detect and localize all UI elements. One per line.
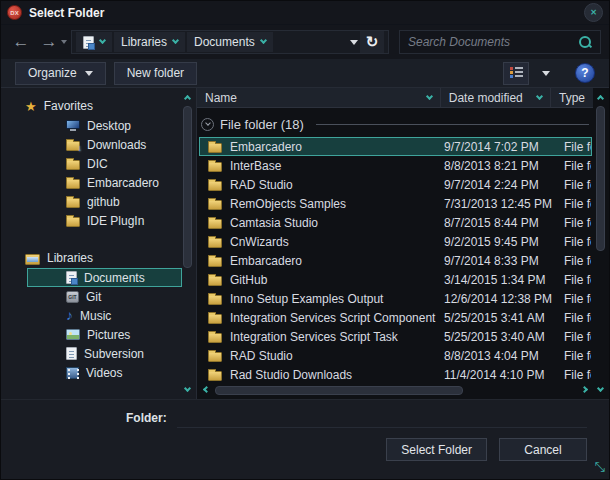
- column-label: Name: [205, 91, 237, 105]
- file-type: File folder: [564, 273, 591, 287]
- scroll-thumb[interactable]: [183, 106, 192, 268]
- group-label: Libraries: [47, 251, 93, 265]
- back-button[interactable]: ←: [9, 31, 33, 53]
- sidebar-item-github[interactable]: github: [27, 192, 182, 211]
- refresh-button[interactable]: ↻: [360, 31, 384, 53]
- scroll-up-icon[interactable]: [594, 90, 607, 104]
- file-row[interactable]: Inno Setup Examples Output 12/6/2014 12:…: [199, 289, 592, 308]
- folder-icon: [208, 371, 222, 381]
- file-date: 9/7/2014 7:02 PM: [444, 140, 556, 154]
- file-row[interactable]: RAD Studio 8/8/2013 4:04 PM File folder: [199, 346, 592, 365]
- sidebar-group-favorites[interactable]: ★ Favorites: [1, 96, 196, 116]
- breadcrumb-documents[interactable]: Documents: [187, 32, 273, 52]
- history-dropdown-icon[interactable]: [61, 40, 67, 44]
- list-horizontal-scrollbar[interactable]: [199, 384, 591, 397]
- close-button[interactable]: ✕: [584, 3, 603, 22]
- breadcrumb-root[interactable]: [76, 32, 112, 52]
- breadcrumb-libraries[interactable]: Libraries: [114, 32, 185, 52]
- scroll-down-icon[interactable]: [181, 383, 194, 397]
- list-vertical-scrollbar[interactable]: [594, 90, 607, 397]
- item-label: Downloads: [87, 138, 146, 152]
- sidebar-item-documents[interactable]: Documents: [27, 268, 182, 287]
- scroll-thumb[interactable]: [596, 106, 605, 251]
- search-input[interactable]: [408, 35, 578, 49]
- help-icon: ?: [581, 66, 588, 80]
- document-icon: [83, 36, 94, 49]
- file-row[interactable]: Integration Services Script Component 5/…: [199, 308, 592, 327]
- file-row[interactable]: CnWizards 9/2/2015 9:45 PM File folder: [199, 232, 592, 251]
- file-row[interactable]: RAD Studio 9/7/2014 2:24 PM File folder: [199, 175, 592, 194]
- file-name: RAD Studio: [230, 178, 436, 192]
- file-name: RemObjects Samples: [230, 197, 436, 211]
- item-label: Subversion: [84, 347, 144, 361]
- chevron-down-icon: [172, 37, 179, 44]
- scroll-left-icon[interactable]: [199, 390, 213, 392]
- scroll-right-icon[interactable]: [577, 390, 591, 392]
- subversion-icon: [66, 347, 77, 360]
- window-title: Select Folder: [29, 6, 104, 20]
- scroll-thumb[interactable]: [215, 386, 463, 395]
- sidebar-item-pictures[interactable]: Pictures: [27, 325, 182, 344]
- breadcrumb-label: Libraries: [121, 35, 167, 49]
- sidebar-item-music[interactable]: ♪ Music: [27, 306, 182, 325]
- search-icon[interactable]: [578, 35, 592, 49]
- new-folder-button[interactable]: New folder: [114, 62, 197, 85]
- file-rows: Embarcadero 9/7/2014 7:02 PM File folder…: [199, 137, 592, 384]
- sidebar-item-dic[interactable]: DIC: [27, 154, 182, 173]
- file-date: 7/31/2013 12:45 PM: [444, 197, 556, 211]
- scroll-up-icon[interactable]: [181, 90, 194, 104]
- sidebar-item-desktop[interactable]: Desktop: [27, 116, 182, 135]
- chevron-down-icon: [536, 92, 543, 99]
- sidebar-item-ide-plugin[interactable]: IDE PlugIn: [27, 211, 182, 230]
- sidebar-item-videos[interactable]: Videos: [27, 363, 182, 382]
- command-toolbar: Organize New folder ?: [1, 59, 609, 88]
- file-row[interactable]: Embarcadero 9/7/2014 8:33 PM File folder: [199, 251, 592, 270]
- address-bar: Libraries Documents ↻: [71, 30, 389, 54]
- column-header-name[interactable]: Name: [197, 88, 441, 107]
- folder-icon: [66, 217, 80, 227]
- sidebar-item-git[interactable]: GIT Git: [27, 287, 182, 306]
- desktop-icon: [66, 120, 80, 131]
- view-dropdown-button[interactable]: [533, 62, 559, 85]
- file-name: GitHub: [230, 273, 436, 287]
- file-row[interactable]: Embarcadero 9/7/2014 7:02 PM File folder: [199, 137, 592, 156]
- folder-value-field[interactable]: [177, 408, 587, 428]
- file-row[interactable]: Rad Studio Downloads 11/4/2014 4:10 PM F…: [199, 365, 592, 384]
- file-row[interactable]: GitHub 3/14/2015 1:34 PM File folder: [199, 270, 592, 289]
- sidebar-scrollbar[interactable]: [181, 90, 194, 397]
- chevron-down-icon: [542, 71, 550, 76]
- file-date: 8/8/2013 4:04 PM: [444, 349, 556, 363]
- group-header-file-folder[interactable]: File folder (18): [201, 114, 589, 134]
- sidebar-item-downloads[interactable]: Downloads: [27, 135, 182, 154]
- sidebar-item-subversion[interactable]: Subversion: [27, 344, 182, 363]
- help-button[interactable]: ?: [575, 63, 595, 83]
- file-type: File folder: [564, 368, 591, 382]
- folder-icon: [66, 160, 80, 170]
- file-row[interactable]: Camtasia Studio 8/7/2015 8:44 PM File fo…: [199, 213, 592, 232]
- item-label: Documents: [84, 271, 145, 285]
- sidebar-item-embarcadero[interactable]: Embarcadero: [27, 173, 182, 192]
- cancel-button[interactable]: Cancel: [499, 438, 587, 461]
- change-view-button[interactable]: [503, 62, 529, 85]
- organize-button[interactable]: Organize: [15, 62, 106, 85]
- collapse-group-icon[interactable]: [201, 118, 214, 131]
- column-header-type[interactable]: Type: [551, 88, 593, 107]
- chevron-down-icon: [426, 92, 433, 99]
- file-row[interactable]: InterBase 8/8/2013 8:21 PM File folder: [199, 156, 592, 175]
- file-date: 9/7/2014 2:24 PM: [444, 178, 556, 192]
- file-name: Integration Services Script Component: [230, 311, 436, 325]
- column-header-date-modified[interactable]: Date modified: [441, 88, 551, 107]
- file-date: 8/7/2015 8:44 PM: [444, 216, 556, 230]
- scroll-down-icon[interactable]: [594, 383, 607, 397]
- resize-grip-icon[interactable]: ⤡: [595, 459, 605, 475]
- sidebar-group-libraries[interactable]: Libraries: [1, 248, 196, 268]
- music-note-icon: ♪: [66, 309, 73, 322]
- address-dropdown-icon[interactable]: [350, 40, 358, 45]
- file-row[interactable]: RemObjects Samples 7/31/2013 12:45 PM Fi…: [199, 194, 592, 213]
- select-folder-button[interactable]: Select Folder: [386, 438, 487, 461]
- item-label: IDE PlugIn: [87, 214, 144, 228]
- file-row[interactable]: Integration Services Script Task 5/25/20…: [199, 327, 592, 346]
- item-label: Videos: [86, 366, 122, 380]
- refresh-icon: ↻: [366, 33, 379, 51]
- forward-button[interactable]: →: [37, 31, 61, 53]
